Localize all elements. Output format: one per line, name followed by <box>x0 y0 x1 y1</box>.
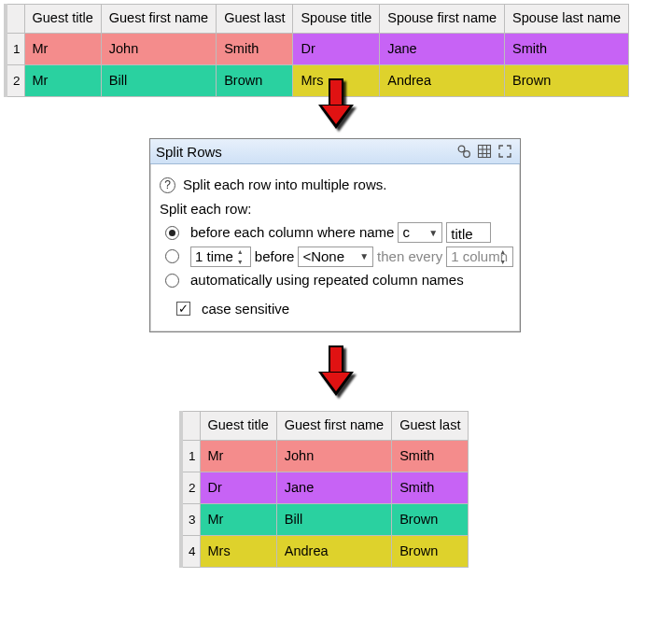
col-header[interactable]: Guest title <box>24 5 101 34</box>
opt1-label: before each column where name <box>190 222 394 244</box>
help-icon[interactable]: ? <box>160 177 175 193</box>
row-number: 3 <box>181 504 200 536</box>
cell[interactable]: Smith <box>505 34 629 65</box>
cell[interactable]: Brown <box>217 65 293 97</box>
col-header[interactable]: Spouse last name <box>505 5 629 34</box>
radio-n-times[interactable] <box>165 249 179 263</box>
table-row[interactable]: 2 Mr Bill Brown Mrs Andrea Brown <box>6 65 629 97</box>
radio-auto[interactable] <box>165 274 179 288</box>
col-header[interactable]: Guest first name <box>276 412 391 441</box>
flow-arrow-icon <box>321 78 351 131</box>
panel-hint: Split each row into multiple rows. <box>183 175 386 196</box>
cell[interactable]: Dr <box>200 472 276 504</box>
cell[interactable]: Mr <box>200 504 276 536</box>
opt3-label: automatically using repeated column name… <box>190 270 464 291</box>
opt2-then: then every <box>377 247 442 268</box>
row-number: 2 <box>6 65 24 97</box>
section-label: Split each row: <box>160 199 511 220</box>
cell[interactable]: Mr <box>200 441 276 472</box>
row-number: 1 <box>181 441 200 472</box>
col-header[interactable]: Spouse title <box>293 5 380 34</box>
table-row[interactable]: 1 Mr John Smith Dr Jane Smith <box>6 34 629 65</box>
corner-cell <box>6 5 24 34</box>
cell[interactable]: Jane <box>380 34 505 65</box>
row-number: 2 <box>181 472 200 504</box>
output-table: Guest title Guest first name Guest last … <box>179 411 469 568</box>
table-row[interactable]: 1 Mr John Smith <box>181 441 469 472</box>
before-column-select[interactable]: <None ▼ <box>298 247 373 267</box>
chevron-down-icon: ▼ <box>428 226 438 240</box>
cell[interactable]: Mrs <box>200 536 276 568</box>
case-sensitive-label: case sensitive <box>202 299 289 320</box>
svg-point-0 <box>458 146 465 152</box>
col-header[interactable]: Spouse first name <box>380 5 505 34</box>
case-sensitive-checkbox[interactable]: ✓ <box>176 302 190 316</box>
match-mode-select[interactable]: c ▼ <box>398 222 442 243</box>
expand-icon[interactable] <box>496 142 514 161</box>
corner-cell <box>181 412 200 441</box>
cell[interactable]: Bill <box>101 65 216 97</box>
row-number: 4 <box>181 536 200 568</box>
table-row[interactable]: 2 Dr Jane Smith <box>181 472 469 504</box>
chevron-down-icon: ▼ <box>359 249 369 263</box>
cell[interactable]: John <box>101 34 216 65</box>
flow-arrow-icon <box>321 345 351 398</box>
grid-icon[interactable] <box>475 142 494 161</box>
svg-point-1 <box>464 151 470 158</box>
col-header[interactable]: Guest title <box>200 412 276 441</box>
cell[interactable]: Andrea <box>276 536 391 568</box>
col-header[interactable]: Guest first name <box>101 5 216 34</box>
cell[interactable]: Mr <box>24 65 101 97</box>
table-row[interactable]: 4 Mrs Andrea Brown <box>181 536 469 568</box>
input-table: Guest title Guest first name Guest last … <box>4 4 629 97</box>
match-text-input[interactable]: title <box>446 222 491 243</box>
opt2-before: before <box>255 247 295 268</box>
cell[interactable]: Smith <box>217 34 293 65</box>
cell[interactable]: Brown <box>505 65 629 97</box>
times-spinner[interactable]: 1 time ▲▼ <box>190 247 251 267</box>
cell[interactable]: Brown <box>392 504 469 536</box>
cell[interactable]: Dr <box>293 34 380 65</box>
col-header[interactable]: Guest last <box>392 412 469 441</box>
cell[interactable]: Smith <box>392 441 469 472</box>
every-spinner[interactable]: 1 column ▲▼ <box>446 247 513 267</box>
cell[interactable]: Andrea <box>380 65 505 97</box>
cell[interactable]: Jane <box>276 472 391 504</box>
cell[interactable]: Brown <box>392 536 469 568</box>
col-header[interactable]: Guest last <box>217 5 293 34</box>
cell[interactable]: Bill <box>276 504 391 536</box>
cell[interactable]: John <box>276 441 391 472</box>
cell[interactable]: Smith <box>392 472 469 504</box>
radio-before-column[interactable] <box>165 226 179 240</box>
svg-rect-2 <box>479 146 491 158</box>
settings-icon[interactable] <box>455 142 473 161</box>
table-row[interactable]: 3 Mr Bill Brown <box>181 504 469 536</box>
row-number: 1 <box>6 34 24 65</box>
split-rows-panel: Split Rows ? Split each row into multipl… <box>149 138 521 332</box>
cell[interactable]: Mr <box>24 34 101 65</box>
panel-title: Split Rows <box>156 144 222 160</box>
